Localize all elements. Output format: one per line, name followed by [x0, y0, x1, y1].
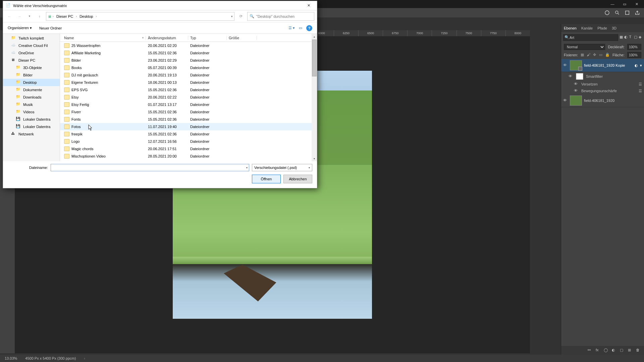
- back-button[interactable]: ←: [6, 13, 13, 20]
- file-row[interactable]: Affiliate Marketing15.05.2021 02:36Datei…: [60, 49, 317, 57]
- sidebar-item[interactable]: 📁Downloads: [3, 94, 60, 101]
- sidebar-item[interactable]: 📁Desktop: [3, 79, 60, 86]
- sidebar-item[interactable]: 💾Lokaler Datentra: [3, 123, 60, 130]
- file-row[interactable]: Fotos11.07.2021 19:40Dateiordner: [60, 123, 317, 130]
- opacity-input[interactable]: [627, 44, 641, 50]
- tab-layers[interactable]: Ebenen: [564, 26, 577, 30]
- layer-thumbnail[interactable]: [570, 96, 582, 106]
- file-row[interactable]: Logo12.07.2021 16:56Dateiordner: [60, 138, 317, 145]
- forward-button[interactable]: →: [16, 13, 23, 20]
- mask-icon[interactable]: ◯: [604, 348, 608, 353]
- preview-pane-button[interactable]: ▭: [299, 26, 302, 30]
- close-button[interactable]: ✕: [303, 2, 314, 9]
- file-row[interactable]: DJ mit geräusch20.06.2021 19:13Dateiordn…: [60, 71, 317, 79]
- file-row[interactable]: freepik15.05.2021 02:36Dateiordner: [60, 130, 317, 138]
- filter-item[interactable]: 👁 Bewegungsunschärfe ☰: [561, 87, 644, 94]
- home-icon[interactable]: [604, 10, 610, 15]
- sidebar-item[interactable]: 📁3D-Objekte: [3, 64, 60, 71]
- up-button[interactable]: ↑: [36, 13, 43, 20]
- scrollbar-thumb[interactable]: [312, 40, 317, 76]
- workspace-icon[interactable]: [625, 10, 630, 15]
- layer-thumbnail[interactable]: [570, 60, 582, 70]
- column-header-type[interactable]: Typ: [188, 36, 227, 40]
- chevron-right-icon[interactable]: ›: [84, 356, 85, 360]
- chevron-right-icon[interactable]: ›: [96, 15, 97, 18]
- chevron-down-icon[interactable]: ▾: [309, 166, 310, 169]
- sidebar-item[interactable]: ☁️OneDrive: [3, 49, 60, 57]
- filetype-select[interactable]: Verschiebungsdatei (.psd) ▾: [252, 164, 312, 171]
- maximize-button[interactable]: ▭: [619, 0, 631, 8]
- tab-3d[interactable]: 3D: [612, 26, 616, 30]
- lock-all-icon[interactable]: 🔒: [605, 53, 610, 57]
- filename-input[interactable]: ▾: [51, 164, 249, 171]
- chevron-down-icon[interactable]: ▾: [231, 15, 233, 18]
- sidebar-item[interactable]: 📁Twitch komplett: [3, 35, 60, 42]
- file-row[interactable]: EPS SVG15.05.2021 02:36Dateiordner: [60, 86, 317, 94]
- new-folder-button[interactable]: Neuer Ordner: [39, 26, 62, 30]
- blend-mode-select[interactable]: Normal: [564, 44, 605, 50]
- scroll-up-icon[interactable]: ▴: [312, 34, 317, 39]
- breadcrumb[interactable]: 🖥 › Dieser PC › Desktop › ▾: [46, 12, 234, 21]
- view-mode-button[interactable]: ☰ ▾: [288, 26, 295, 30]
- visibility-icon[interactable]: 👁: [563, 98, 568, 103]
- adjustment-icon[interactable]: ◐: [612, 348, 616, 353]
- file-row[interactable]: Etsy Fertig01.07.2021 13:17Dateiordner: [60, 101, 317, 108]
- scrollbar-vertical[interactable]: ▴ ▾: [312, 34, 317, 161]
- organize-button[interactable]: Organisieren ▾: [8, 26, 32, 30]
- filter-pixel-icon[interactable]: ▦: [620, 35, 623, 40]
- refresh-button[interactable]: ⟳: [237, 13, 245, 20]
- breadcrumb-segment[interactable]: Desktop: [78, 14, 94, 18]
- sidebar-item[interactable]: ☁️Creative Cloud Fil: [3, 42, 60, 49]
- layer-search-input[interactable]: [563, 34, 618, 41]
- file-row[interactable]: Fonts15.05.2021 02:36Dateiordner: [60, 116, 317, 123]
- file-row[interactable]: Bilder23.06.2021 02:29Dateiordner: [60, 57, 317, 64]
- filter-shape-icon[interactable]: ▢: [634, 35, 637, 40]
- close-button[interactable]: ✕: [631, 0, 643, 8]
- sidebar-item[interactable]: 📁Videos: [3, 108, 60, 116]
- filter-options-icon[interactable]: ☰: [639, 82, 642, 86]
- group-icon[interactable]: ▢: [620, 348, 625, 353]
- trash-icon[interactable]: 🗑: [636, 348, 641, 353]
- fill-input[interactable]: [627, 52, 641, 58]
- sidebar-item[interactable]: 🖥Dieser PC: [3, 57, 60, 64]
- visibility-icon[interactable]: 👁: [569, 74, 573, 79]
- file-row[interactable]: 25 Wassertropfen20.06.2021 02:20Dateiord…: [60, 42, 317, 49]
- link-icon[interactable]: ⚯: [588, 348, 592, 353]
- chevron-right-icon[interactable]: ›: [53, 15, 54, 18]
- lock-artboard-icon[interactable]: ▭: [599, 53, 602, 57]
- search-icon[interactable]: [614, 10, 620, 15]
- visibility-icon[interactable]: 👁: [574, 82, 579, 86]
- filter-options-icon[interactable]: ☰: [639, 89, 642, 93]
- breadcrumb-segment[interactable]: Dieser PC: [55, 14, 74, 18]
- chevron-right-icon[interactable]: ›: [76, 15, 77, 18]
- column-header-name[interactable]: Name ▴: [62, 36, 146, 40]
- sidebar-item[interactable]: 🖧Netzwerk: [3, 130, 60, 138]
- filter-item[interactable]: 👁 Versetzen ☰: [561, 81, 644, 87]
- filter-smart-icon[interactable]: ◈: [639, 35, 642, 40]
- file-row[interactable]: Books05.07.2021 00:39Dateiordner: [60, 64, 317, 71]
- share-icon[interactable]: [635, 10, 640, 15]
- layer-item[interactable]: 👁 field-406181_1920: [561, 94, 644, 107]
- lock-position-icon[interactable]: ✥: [593, 53, 596, 57]
- file-row[interactable]: Fiverr15.05.2021 02:36Dateiordner: [60, 108, 317, 116]
- sidebar-item[interactable]: 📁Dokumente: [3, 86, 60, 94]
- new-layer-icon[interactable]: ⊞: [628, 348, 633, 353]
- file-row[interactable]: Etsy20.06.2021 02:22Dateiordner: [60, 94, 317, 101]
- column-header-date[interactable]: Änderungsdatum: [146, 36, 188, 40]
- sidebar-item[interactable]: 📁Bilder: [3, 71, 60, 79]
- tab-paths[interactable]: Pfade: [597, 26, 607, 30]
- recent-dropdown[interactable]: ▼: [26, 13, 33, 20]
- filter-adj-icon[interactable]: ◐: [624, 35, 628, 40]
- fx-icon[interactable]: fx: [596, 348, 600, 353]
- filter-type-icon[interactable]: T: [629, 35, 632, 40]
- lock-brush-icon[interactable]: 🖌: [587, 53, 590, 57]
- open-button[interactable]: Öffnen: [252, 175, 281, 183]
- column-header-size[interactable]: Größe: [227, 36, 257, 40]
- chevron-down-icon[interactable]: ▾: [246, 166, 248, 169]
- minimize-button[interactable]: —: [606, 0, 619, 8]
- help-button[interactable]: ?: [306, 25, 312, 31]
- smart-filters-row[interactable]: 👁 Smartfilter: [561, 72, 644, 81]
- sidebar-item[interactable]: 💾Lokaler Datentra: [3, 116, 60, 123]
- file-row[interactable]: Magic chords20.06.2021 17:51Dateiordner: [60, 145, 317, 153]
- filter-mask-thumbnail[interactable]: [576, 73, 583, 80]
